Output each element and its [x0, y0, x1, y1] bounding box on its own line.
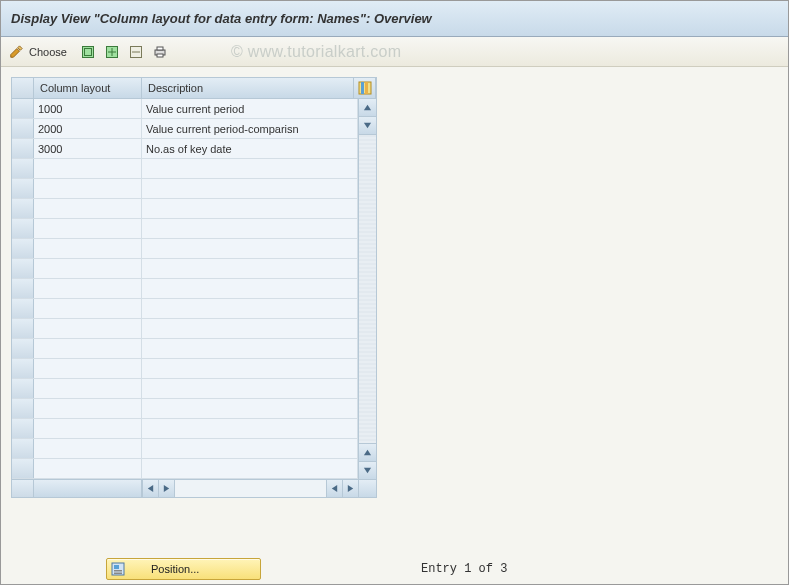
- table-row-empty: [12, 379, 358, 399]
- column-header-layout[interactable]: Column layout: [34, 78, 142, 98]
- svg-rect-5: [157, 47, 163, 50]
- table-row-empty: [12, 279, 358, 299]
- position-button[interactable]: Position...: [106, 558, 261, 580]
- scroll-right-step-icon[interactable]: [158, 480, 174, 497]
- position-button-label: Position...: [151, 563, 199, 575]
- choose-button[interactable]: Choose: [29, 46, 67, 58]
- cell-desc[interactable]: Value current period-comparisn: [142, 119, 358, 138]
- table-row-empty: [12, 339, 358, 359]
- toolbar: Choose © www.tutorialkart.com: [1, 37, 788, 67]
- row-selector[interactable]: [12, 119, 34, 138]
- scroll-left-step-icon[interactable]: [326, 480, 342, 497]
- horizontal-scrollbar[interactable]: [12, 479, 376, 497]
- hscroll-end: [358, 480, 376, 497]
- scroll-up-icon[interactable]: [359, 99, 376, 117]
- cell-layout[interactable]: 1000: [34, 99, 142, 118]
- table-row[interactable]: 3000 No.as of key date: [12, 139, 358, 159]
- cell-desc[interactable]: Value current period: [142, 99, 358, 118]
- deselect-all-icon[interactable]: [127, 44, 145, 60]
- table-row-empty: [12, 419, 358, 439]
- scroll-down-step-icon[interactable]: [359, 117, 376, 135]
- select-block-icon[interactable]: [103, 44, 121, 60]
- row-selector[interactable]: [12, 99, 34, 118]
- table-row-empty: [12, 359, 358, 379]
- page-title: Display View "Column layout for data ent…: [11, 11, 432, 26]
- hscrollbar-track[interactable]: [174, 480, 326, 497]
- svg-rect-12: [114, 570, 122, 572]
- svg-rect-9: [365, 82, 368, 94]
- table-row-empty: [12, 319, 358, 339]
- scrollbar-track[interactable]: [359, 135, 376, 443]
- scroll-right-icon[interactable]: [342, 480, 358, 497]
- table-row-empty: [12, 259, 358, 279]
- table-row-empty: [12, 439, 358, 459]
- table-row-empty: [12, 159, 358, 179]
- vertical-scrollbar[interactable]: [358, 99, 376, 479]
- svg-rect-8: [361, 82, 364, 94]
- cell-layout[interactable]: 3000: [34, 139, 142, 158]
- table-corner: [12, 78, 34, 98]
- scroll-down-icon[interactable]: [359, 461, 376, 479]
- table-row[interactable]: 2000 Value current period-comparisn: [12, 119, 358, 139]
- print-icon[interactable]: [151, 44, 169, 60]
- toggle-edit-icon[interactable]: [9, 45, 23, 59]
- table-row-empty: [12, 179, 358, 199]
- table-row-empty: [12, 459, 358, 479]
- scroll-left-icon[interactable]: [142, 480, 158, 497]
- svg-rect-11: [114, 565, 119, 569]
- column-header-description[interactable]: Description: [142, 78, 354, 98]
- cell-layout[interactable]: 2000: [34, 119, 142, 138]
- table-row[interactable]: 1000 Value current period: [12, 99, 358, 119]
- cell-desc[interactable]: No.as of key date: [142, 139, 358, 158]
- row-selector[interactable]: [12, 139, 34, 158]
- select-all-icon[interactable]: [79, 44, 97, 60]
- svg-rect-6: [157, 54, 163, 57]
- column-settings-icon[interactable]: [354, 78, 376, 98]
- table-row-empty: [12, 219, 358, 239]
- watermark: © www.tutorialkart.com: [231, 43, 401, 61]
- scroll-up-step-icon[interactable]: [359, 443, 376, 461]
- table-row-empty: [12, 299, 358, 319]
- hscroll-spacer: [34, 480, 142, 497]
- table-row-empty: [12, 399, 358, 419]
- entry-count-text: Entry 1 of 3: [421, 562, 507, 576]
- svg-rect-13: [114, 573, 122, 575]
- data-table: Column layout Description 1000 Value cur…: [11, 77, 377, 498]
- hscroll-corner: [12, 480, 34, 497]
- table-row-empty: [12, 239, 358, 259]
- table-row-empty: [12, 199, 358, 219]
